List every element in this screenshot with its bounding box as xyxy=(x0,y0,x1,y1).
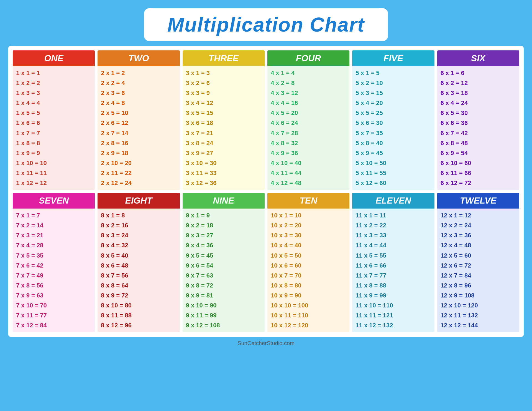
table-row: 8 x 12 = 96 xyxy=(101,321,176,330)
table-row: 4 x 4 = 16 xyxy=(271,98,346,108)
table-row: 12 x 6 = 72 xyxy=(441,261,516,270)
table-row: 6 x 12 = 72 xyxy=(441,178,516,188)
table-row: 9 x 11 = 99 xyxy=(186,311,261,320)
table-row: 6 x 1 = 6 xyxy=(441,68,516,78)
table-row: 6 x 2 = 12 xyxy=(441,78,516,88)
footer-text: SunCatcherStudio.com xyxy=(8,340,524,348)
header-eleven: ELEVEN xyxy=(352,193,434,209)
header-ten: TEN xyxy=(267,193,349,209)
table-row: 1 x 5 = 5 xyxy=(16,108,91,118)
header-six: SIX xyxy=(437,50,519,66)
table-row: 4 x 2 = 8 xyxy=(271,78,346,88)
body-eleven: 11 x 1 = 1111 x 2 = 2211 x 3 = 3311 x 4 … xyxy=(352,209,434,332)
table-row: 1 x 11 = 11 xyxy=(16,168,91,178)
table-row: 7 x 11 = 77 xyxy=(16,311,91,320)
chart-grid: ONE1 x 1 = 11 x 2 = 21 x 3 = 31 x 4 = 41… xyxy=(13,50,519,332)
table-row: 2 x 9 = 18 xyxy=(101,148,176,158)
table-row: 2 x 12 = 24 xyxy=(101,178,176,188)
body-nine: 9 x 1 = 99 x 2 = 189 x 3 = 279 x 4 = 369… xyxy=(183,209,265,332)
table-row: 6 x 9 = 54 xyxy=(441,148,516,158)
table-row: 3 x 11 = 33 xyxy=(186,168,261,178)
block-nine: NINE9 x 1 = 99 x 2 = 189 x 3 = 279 x 4 =… xyxy=(183,193,265,332)
table-row: 3 x 9 = 27 xyxy=(186,148,261,158)
table-row: 2 x 10 = 20 xyxy=(101,158,176,168)
table-row: 12 x 8 = 96 xyxy=(441,281,516,290)
table-row: 4 x 7 = 28 xyxy=(271,129,346,138)
table-row: 11 x 3 = 33 xyxy=(355,231,431,240)
table-row: 5 x 6 = 30 xyxy=(355,118,431,128)
table-row: 6 x 10 = 60 xyxy=(441,158,516,168)
table-row: 5 x 9 = 45 xyxy=(355,148,431,158)
header-eight: EIGHT xyxy=(98,193,180,209)
table-row: 2 x 2 = 4 xyxy=(101,78,176,88)
header-two: TWO xyxy=(98,50,180,66)
table-row: 10 x 12 = 120 xyxy=(271,321,346,330)
body-one: 1 x 1 = 11 x 2 = 21 x 3 = 31 x 4 = 41 x … xyxy=(13,66,95,190)
table-row: 10 x 10 = 100 xyxy=(271,301,346,310)
table-row: 1 x 1 = 1 xyxy=(16,68,91,78)
table-row: 6 x 3 = 18 xyxy=(441,88,516,98)
table-row: 11 x 5 = 55 xyxy=(355,251,431,260)
header-four: FOUR xyxy=(267,50,349,66)
chart-outer: ONE1 x 1 = 11 x 2 = 21 x 3 = 31 x 4 = 41… xyxy=(8,46,524,337)
table-row: 9 x 12 = 108 xyxy=(186,321,261,330)
header-seven: SEVEN xyxy=(13,193,95,209)
table-row: 3 x 1 = 3 xyxy=(186,68,261,78)
block-six: SIX6 x 1 = 66 x 2 = 126 x 3 = 186 x 4 = … xyxy=(437,50,519,190)
table-row: 9 x 6 = 54 xyxy=(186,261,261,270)
table-row: 11 x 11 = 121 xyxy=(355,311,431,320)
table-row: 7 x 8 = 56 xyxy=(16,281,91,290)
table-row: 8 x 11 = 88 xyxy=(101,311,176,320)
table-row: 8 x 7 = 56 xyxy=(101,271,176,280)
body-four: 4 x 1 = 44 x 2 = 84 x 3 = 124 x 4 = 164 … xyxy=(267,66,349,190)
block-ten: TEN10 x 1 = 1010 x 2 = 2010 x 3 = 3010 x… xyxy=(267,193,349,332)
table-row: 11 x 9 = 99 xyxy=(355,291,431,300)
table-row: 12 x 10 = 120 xyxy=(441,301,516,310)
block-one: ONE1 x 1 = 11 x 2 = 21 x 3 = 31 x 4 = 41… xyxy=(13,50,95,190)
table-row: 8 x 4 = 32 xyxy=(101,241,176,250)
table-row: 7 x 4 = 28 xyxy=(16,241,91,250)
table-row: 5 x 4 = 20 xyxy=(355,98,431,108)
table-row: 4 x 1 = 4 xyxy=(271,68,346,78)
page-title: Multiplication Chart xyxy=(167,14,365,36)
table-row: 6 x 5 = 30 xyxy=(441,108,516,118)
table-row: 3 x 12 = 36 xyxy=(186,178,261,188)
table-row: 3 x 5 = 15 xyxy=(186,108,261,118)
table-row: 3 x 10 = 30 xyxy=(186,158,261,168)
table-row: 9 x 3 = 27 xyxy=(186,231,261,240)
table-row: 1 x 3 = 3 xyxy=(16,88,91,98)
table-row: 7 x 2 = 14 xyxy=(16,221,91,230)
table-row: 4 x 6 = 24 xyxy=(271,118,346,128)
table-row: 9 x 7 = 63 xyxy=(186,271,261,280)
table-row: 11 x 1 = 11 xyxy=(355,211,431,220)
table-row: 2 x 3 = 6 xyxy=(101,88,176,98)
table-row: 7 x 7 = 49 xyxy=(16,271,91,280)
table-row: 5 x 8 = 40 xyxy=(355,138,431,148)
table-row: 3 x 2 = 6 xyxy=(186,78,261,88)
table-row: 11 x 7 = 77 xyxy=(355,271,431,280)
table-row: 5 x 7 = 35 xyxy=(355,129,431,138)
table-row: 8 x 5 = 40 xyxy=(101,251,176,260)
table-row: 3 x 3 = 9 xyxy=(186,88,261,98)
table-row: 2 x 5 = 10 xyxy=(101,108,176,118)
table-row: 5 x 10 = 50 xyxy=(355,158,431,168)
header-five: FIVE xyxy=(352,50,434,66)
body-six: 6 x 1 = 66 x 2 = 126 x 3 = 186 x 4 = 246… xyxy=(437,66,519,190)
table-row: 7 x 6 = 42 xyxy=(16,261,91,270)
table-row: 7 x 9 = 63 xyxy=(16,291,91,300)
table-row: 1 x 8 = 8 xyxy=(16,138,91,148)
table-row: 5 x 1 = 5 xyxy=(355,68,431,78)
table-row: 10 x 4 = 40 xyxy=(271,241,346,250)
table-row: 1 x 7 = 7 xyxy=(16,129,91,138)
table-row: 2 x 1 = 2 xyxy=(101,68,176,78)
table-row: 9 x 4 = 36 xyxy=(186,241,261,250)
header-nine: NINE xyxy=(183,193,265,209)
table-row: 12 x 9 = 108 xyxy=(441,291,516,300)
table-row: 7 x 3 = 21 xyxy=(16,231,91,240)
body-ten: 10 x 1 = 1010 x 2 = 2010 x 3 = 3010 x 4 … xyxy=(267,209,349,332)
table-row: 5 x 12 = 60 xyxy=(355,178,431,188)
table-row: 8 x 9 = 72 xyxy=(101,291,176,300)
table-row: 10 x 8 = 80 xyxy=(271,281,346,290)
block-five: FIVE5 x 1 = 55 x 2 = 105 x 3 = 155 x 4 =… xyxy=(352,50,434,190)
table-row: 1 x 12 = 12 xyxy=(16,178,91,188)
